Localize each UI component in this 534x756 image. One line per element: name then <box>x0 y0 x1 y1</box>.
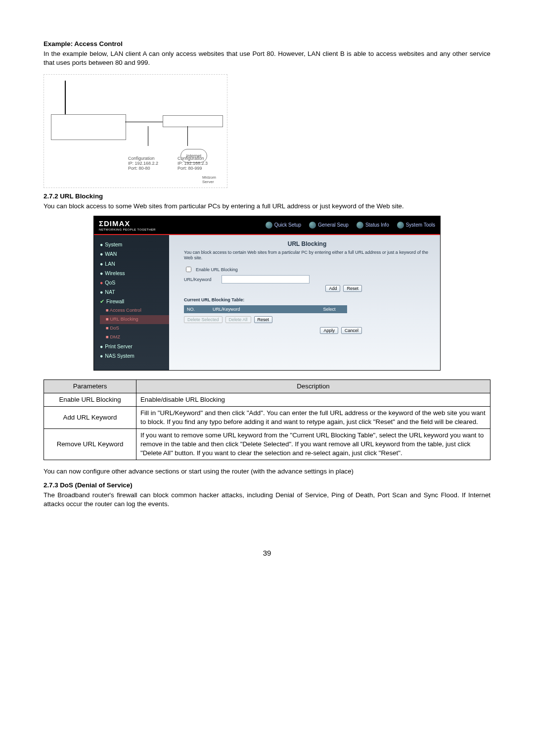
content-description: You can block access to certain Web site… <box>184 250 430 261</box>
tab-general-setup[interactable]: General Seup <box>309 222 349 229</box>
sidebar-item-nat[interactable]: ●NAT <box>100 287 169 297</box>
th-keyword: URL/Keyword <box>210 305 312 313</box>
after-table-text: You can now configure other advance sect… <box>44 467 490 476</box>
desc-enable: Enable/disable URL Blocking <box>136 393 490 407</box>
sidebar: ●System ●WAN ●LAN ●Wireless ●QoS ●NAT ✔F… <box>94 235 169 371</box>
th-select: Select <box>312 305 347 313</box>
brand-subtitle: NETWORKING PEOPLE TOGETHER <box>99 228 156 232</box>
table-row: Enable URL Blocking Enable/disable URL B… <box>44 393 490 407</box>
diagram-switch <box>163 115 223 127</box>
gear-icon <box>309 222 316 229</box>
tab-system-tools[interactable]: System Tools <box>397 222 435 229</box>
sidebar-item-nas-system[interactable]: ●NAS System <box>100 351 169 360</box>
sidebar-item-wan[interactable]: ●WAN <box>100 249 169 259</box>
brand-text: ΣDIMAX <box>99 219 130 228</box>
delete-row: Delete Selected Delete All Reset <box>184 316 430 323</box>
section-2-7-2-heading: 2.7.2 URL Blocking <box>44 192 490 201</box>
tab-status-info[interactable]: Status Info <box>356 222 389 229</box>
keyword-row: URL/Keyword <box>184 275 430 284</box>
section-2-7-3-text: The Broadband router's firewall can bloc… <box>44 491 490 509</box>
apply-row: Apply Cancel <box>184 327 362 334</box>
table-label: Current URL Blocking Table: <box>184 297 430 303</box>
table-row: Add URL Keyword Fill in "URL/Keyword" an… <box>44 407 490 429</box>
delete-all-button[interactable]: Delete All <box>225 316 251 323</box>
desc-add: Fill in "URL/Keyword" and then click "Ad… <box>136 407 490 429</box>
content-pane: URL Blocking You can block access to cer… <box>169 235 440 371</box>
network-diagram: Configuration IP: 192.168.2.2 Port: 80-8… <box>44 74 227 188</box>
brand: ΣDIMAX NETWORKING PEOPLE TOGETHER <box>99 219 156 232</box>
tab-quick-setup[interactable]: Quick Setup <box>266 222 301 229</box>
globe-icon <box>266 222 272 229</box>
section-2-7-2-text: You can block access to some Web sites f… <box>44 202 490 211</box>
param-enable: Enable URL Blocking <box>44 393 136 407</box>
sidebar-sub-url-blocking[interactable]: ■ URL Blocking <box>100 315 169 324</box>
enable-row: Enable URL Blocking <box>184 265 430 274</box>
add-reset-row: Add Reset <box>184 285 362 292</box>
sidebar-sub-dmz[interactable]: ■ DMZ <box>100 332 169 341</box>
sidebar-item-print-server[interactable]: ●Print Server <box>100 341 169 351</box>
th-description: Description <box>136 380 490 393</box>
example-heading: Example: Access Control <box>44 40 490 48</box>
url-keyword-input[interactable] <box>222 275 310 284</box>
diagram-server-label: Midzom Server <box>202 176 216 185</box>
parameters-table: Parameters Description Enable URL Blocki… <box>44 379 490 460</box>
section-2-7-3-heading: 2.7.3 DoS (Denial of Service) <box>44 481 490 490</box>
add-button[interactable]: Add <box>325 285 340 292</box>
param-remove: Remove URL Keyword <box>44 429 136 460</box>
keyword-label: URL/Keyword <box>184 277 219 283</box>
th-parameters: Parameters <box>44 380 136 393</box>
sidebar-item-firewall[interactable]: ✔Firewall <box>100 297 169 306</box>
sidebar-item-wireless[interactable]: ●Wireless <box>100 268 169 278</box>
cancel-button[interactable]: Cancel <box>341 327 362 334</box>
reset2-button[interactable]: Reset <box>254 316 273 323</box>
sidebar-sub-dos[interactable]: ■ DoS <box>100 324 169 333</box>
desc-remove: If you want to remove some URL keyword f… <box>136 429 490 460</box>
reset-button[interactable]: Reset <box>343 285 362 292</box>
diagram-router <box>51 114 126 140</box>
document-page: Example: Access Control In the example b… <box>0 0 534 588</box>
apply-button[interactable]: Apply <box>320 327 338 334</box>
sidebar-sub-access-control[interactable]: ■ Access Control <box>100 306 169 315</box>
info-icon <box>356 222 363 229</box>
sidebar-item-qos[interactable]: ●QoS <box>100 278 169 287</box>
page-number: 39 <box>44 548 490 558</box>
enable-url-blocking-label: Enable URL Blocking <box>196 267 238 273</box>
param-add: Add URL Keyword <box>44 407 136 429</box>
top-tabs: Quick Setup General Seup Status Info Sys… <box>266 222 435 229</box>
table-row: Remove URL Keyword If you want to remove… <box>44 429 490 460</box>
example-text: In the example below, LAN client A can o… <box>44 49 490 67</box>
url-blocking-table: NO. URL/Keyword Select <box>184 305 347 313</box>
th-no: NO. <box>184 305 210 313</box>
diagram-internet-cloud: Internet <box>180 149 207 163</box>
delete-selected-button[interactable]: Delete Selected <box>184 316 222 323</box>
router-admin-screenshot: ΣDIMAX NETWORKING PEOPLE TOGETHER Quick … <box>93 216 441 371</box>
ui-header: ΣDIMAX NETWORKING PEOPLE TOGETHER Quick … <box>94 216 440 235</box>
tools-icon <box>397 222 404 229</box>
enable-url-blocking-checkbox[interactable] <box>186 267 191 272</box>
diagram-config-a: Configuration IP: 192.168.2.2 Port: 80-8… <box>128 156 158 171</box>
content-title: URL Blocking <box>184 240 430 248</box>
sidebar-item-system[interactable]: ●System <box>100 240 169 249</box>
sidebar-item-lan[interactable]: ●LAN <box>100 259 169 268</box>
ui-body: ●System ●WAN ●LAN ●Wireless ●QoS ●NAT ✔F… <box>94 235 440 371</box>
